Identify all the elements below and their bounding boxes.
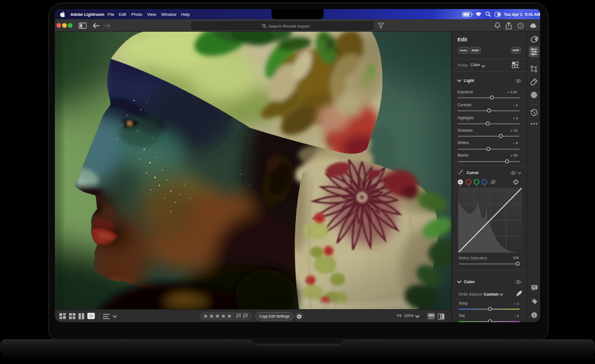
svg-text:?: ? bbox=[519, 23, 521, 27]
